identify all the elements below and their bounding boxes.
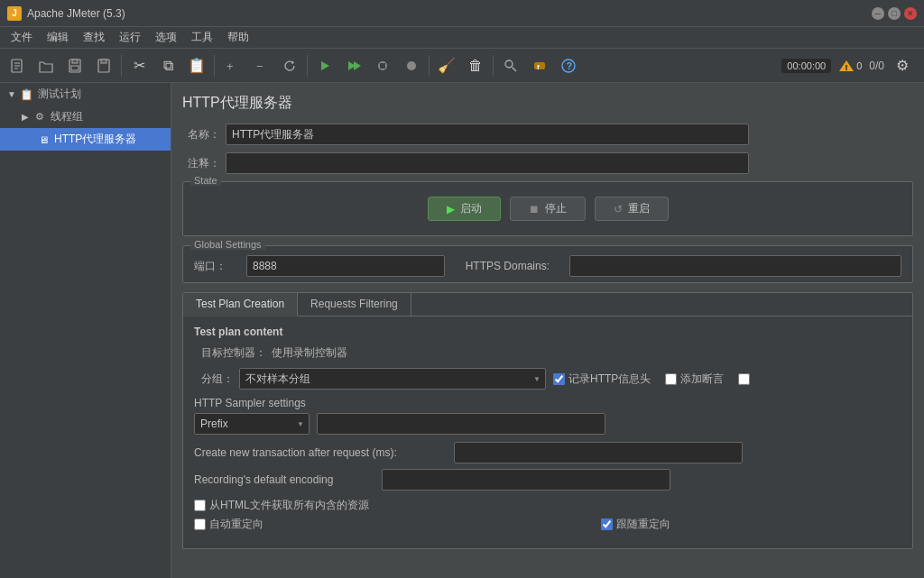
menu-bar: 文件 编辑 查找 运行 选项 工具 帮助 [0,27,924,49]
arrow-icon: ▼ [7,89,16,99]
svg-text:?: ? [567,60,573,71]
group-row: 分组： 不对样本分组 在组间添加分隔 每个组放入新的控制器 每个组放入新的事务控… [194,368,901,390]
start-icon: ▶ [447,203,455,216]
clear-all-btn[interactable]: 🗑 [462,52,489,79]
maximize-button[interactable]: □ [888,7,901,20]
svg-text:−: − [256,60,263,73]
transaction-input[interactable] [454,442,743,463]
record-http-checkbox[interactable] [553,373,565,385]
close-button[interactable]: ✕ [904,7,917,20]
test-plan-label: 测试计划 [38,87,81,102]
add-assertion-checkbox-row: 添加断言 [665,372,724,387]
http-sampler-settings-label: HTTP Sampler settings [194,397,901,409]
search-btn[interactable] [497,52,524,79]
minimize-button[interactable]: ─ [872,7,884,20]
menu-file[interactable]: 文件 [4,28,40,47]
stop-label: 停止 [545,201,567,216]
restart-button[interactable]: ↺ 重启 [595,197,669,221]
title-bar: J Apache JMeter (5.3) ─ □ ✕ [0,0,924,27]
shutdown-btn[interactable] [398,52,425,79]
encoding-label: Recording's default encoding [194,473,374,486]
target-controller-value: 使用录制控制器 [272,345,347,361]
html-resources-checkbox[interactable] [194,500,206,511]
redirect-row: 自动重定向 跟随重定向 [194,517,901,532]
panel-title: HTTP代理服务器 [182,94,913,113]
svg-point-16 [407,61,416,70]
toolbar-sep-1 [121,55,122,77]
help-btn[interactable]: ? [555,52,582,79]
follow-redirect-checkbox[interactable] [601,518,613,530]
expand-button[interactable]: + [218,52,245,79]
start-btn[interactable] [311,52,338,79]
menu-search[interactable]: 查找 [76,28,112,47]
follow-redirect-label: 跟随重定向 [616,517,670,532]
menu-run[interactable]: 运行 [112,28,148,47]
svg-line-18 [513,67,517,71]
reset-button[interactable] [276,52,303,79]
copy-button[interactable]: ⧉ [154,52,181,79]
tab-requests-label: Requests Filtering [310,298,398,310]
tab-requests-filtering[interactable]: Requests Filtering [298,293,411,316]
add-assertion-checkbox[interactable] [665,373,677,385]
svg-rect-5 [72,60,78,63]
start-button[interactable]: ▶ 启动 [428,197,501,221]
target-controller-row: 目标控制器： 使用录制控制器 [194,345,901,361]
tab-header: Test Plan Creation Requests Filtering [183,293,912,317]
prefix-input[interactable] [317,413,605,435]
group-select[interactable]: 不对样本分组 在组间添加分隔 每个组放入新的控制器 每个组放入新的事务控制器 [239,368,546,390]
encoding-row: Recording's default encoding [194,469,901,491]
svg-rect-15 [380,63,385,69]
clear-btn[interactable]: 🧹 [433,52,460,79]
prefix-select[interactable]: Prefix Transaction Name [194,413,310,435]
extra-checkbox[interactable] [738,373,750,385]
auto-redirect-checkbox[interactable] [194,518,206,530]
menu-edit[interactable]: 编辑 [40,28,76,47]
stop-button[interactable]: ⏹ 停止 [510,197,586,221]
http-proxy-icon: 🖥 [36,133,51,147]
tab-test-plan-creation[interactable]: Test Plan Creation [183,293,298,317]
html-resources-cb-row: 从HTML文件获取所有内含的资源 [194,498,369,513]
arrow-icon-2: ▶ [22,112,29,122]
name-input[interactable] [226,124,749,145]
menu-options[interactable]: 选项 [148,28,184,47]
comment-row: 注释： [182,152,913,174]
toolbar: ✂ ⧉ 📋 + − 🧹 🗑 f ? 00:00:00 ! 0 0/0 [0,49,924,83]
comment-input[interactable] [226,152,749,174]
tree-item-http-proxy[interactable]: 🖥 HTTP代理服务器 [0,128,171,151]
tree-item-thread-group[interactable]: ▶ ⚙ 线程组 [0,106,171,128]
group-select-wrapper: 不对样本分组 在组间添加分隔 每个组放入新的控制器 每个组放入新的事务控制器 [239,368,546,390]
menu-help[interactable]: 帮助 [220,28,256,47]
svg-marker-13 [354,61,361,70]
https-input[interactable] [569,255,901,277]
settings-btn[interactable]: ⚙ [892,55,913,77]
start-no-pause-btn[interactable] [340,52,367,79]
tree-item-test-plan[interactable]: ▼ 📋 测试计划 [0,83,171,106]
auto-redirect-cb-row: 自动重定向 [194,517,263,532]
global-row: 端口： HTTPS Domains: [194,255,901,277]
follow-redirect-cb-row: 跟随重定向 [601,517,670,532]
collapse-button[interactable]: − [247,52,274,79]
port-input[interactable] [246,255,445,277]
paste-button[interactable]: 📋 [183,52,210,79]
open-button[interactable] [32,52,60,79]
sidebar: ▼ 📋 测试计划 ▶ ⚙ 线程组 🖥 HTTP代理服务器 [0,83,171,578]
prefix-select-wrapper: Prefix Transaction Name [194,413,310,435]
stop-btn[interactable] [369,52,396,79]
new-button[interactable] [4,52,31,79]
saveas-button[interactable] [90,52,117,79]
save-button[interactable] [61,52,88,79]
port-label: 端口： [194,259,226,274]
global-settings-section: Global Settings 端口： HTTPS Domains: [182,245,913,283]
svg-rect-6 [71,66,79,70]
toolbar-sep-4 [429,55,430,77]
stop-icon: ⏹ [529,203,540,216]
svg-marker-11 [321,61,329,70]
toolbar-sep-3 [307,55,308,77]
record-http-label: 记录HTTP信息头 [568,372,651,387]
cut-button[interactable]: ✂ [125,52,152,79]
encoding-input[interactable] [382,469,670,491]
app-icon: J [7,6,22,21]
thread-group-icon: ⚙ [32,110,47,124]
func-helper-btn[interactable]: f [526,52,553,79]
menu-tools[interactable]: 工具 [184,28,220,47]
